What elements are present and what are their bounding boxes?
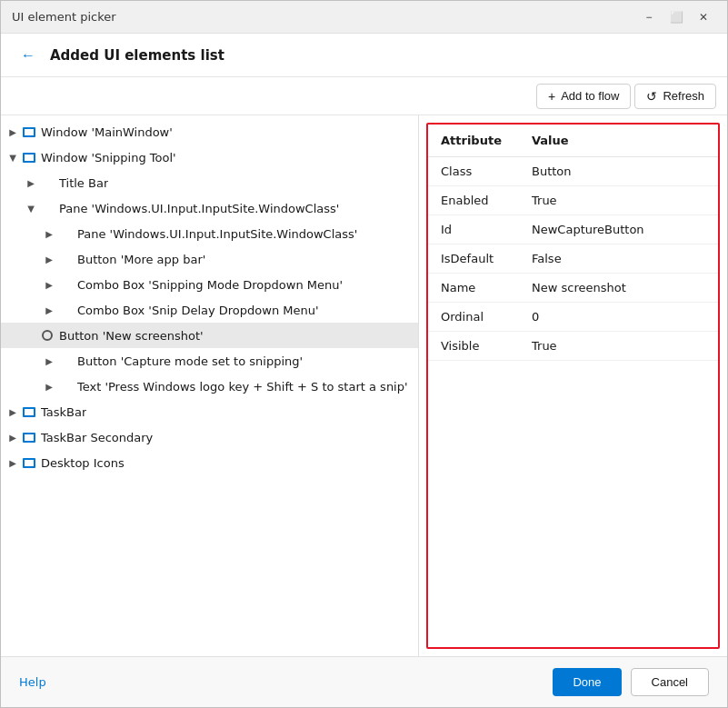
- attr-cell-name: Ordinal: [428, 303, 519, 332]
- attr-cell-value: NewCaptureButton: [519, 215, 718, 244]
- attr-cell-value: 0: [519, 303, 718, 332]
- tree-item-icon: [21, 454, 37, 471]
- back-button[interactable]: ←: [15, 43, 41, 68]
- attr-cell-name: Class: [428, 157, 519, 186]
- tree-item-icon: [57, 378, 74, 394]
- tree-item-icon: [57, 225, 74, 242]
- attr-row: NameNew screenshot: [428, 274, 718, 303]
- tree-item-icon: [57, 276, 74, 293]
- attr-col-attribute: Attribute: [428, 125, 519, 157]
- attributes-panel: Attribute Value ClassButtonEnabledTrueId…: [426, 123, 720, 649]
- tree-chevron: ▶: [5, 404, 21, 420]
- tree-chevron: ▶: [41, 353, 57, 369]
- minimize-button[interactable]: −: [636, 6, 662, 28]
- add-to-flow-button[interactable]: + Add to flow: [536, 84, 632, 109]
- help-link[interactable]: Help: [19, 675, 46, 689]
- tree-item-icon: [21, 429, 37, 445]
- attributes-table: Attribute Value ClassButtonEnabledTrueId…: [428, 125, 718, 361]
- tree-item[interactable]: ▶TaskBar Secondary: [1, 424, 418, 450]
- tree-chevron: ▼: [23, 200, 39, 216]
- page-title: Added UI elements list: [50, 47, 224, 64]
- tree-item-label: TaskBar Secondary: [41, 431, 153, 444]
- close-button[interactable]: ✕: [691, 6, 716, 28]
- tree-item-label: Button 'Capture mode set to snipping': [77, 354, 303, 368]
- tree-item-label: Button 'New screenshot': [59, 329, 204, 343]
- tree-chevron: ▶: [5, 124, 21, 140]
- attr-row: EnabledTrue: [428, 186, 718, 215]
- tree-item-icon: [39, 327, 55, 344]
- attr-row: Ordinal0: [428, 303, 718, 332]
- add-icon: +: [548, 89, 555, 104]
- attr-cell-value: False: [519, 244, 718, 274]
- tree-item[interactable]: ▶TaskBar: [1, 399, 418, 424]
- attr-cell-value: True: [519, 186, 718, 215]
- attr-col-value: Value: [519, 125, 718, 157]
- tree-item-icon: [21, 124, 37, 140]
- tree-panel: ▶Window 'MainWindow'▼Window 'Snipping To…: [1, 115, 419, 656]
- tree-item-icon: [57, 353, 74, 369]
- tree-item[interactable]: ▶Button 'Capture mode set to snipping': [1, 348, 418, 374]
- tree-item[interactable]: ▶Combo Box 'Snipping Mode Dropdown Menu': [1, 272, 418, 297]
- tree-item[interactable]: ▶Desktop Icons: [1, 450, 418, 475]
- tree-item[interactable]: ▶Pane 'Windows.UI.Input.InputSite.Window…: [1, 221, 418, 246]
- tree-item-label: Combo Box 'Snip Delay Dropdown Menu': [77, 304, 319, 317]
- tree-chevron: ▶: [23, 175, 39, 191]
- attr-cell-value: New screenshot: [519, 274, 718, 303]
- tree-item[interactable]: ▶Combo Box 'Snip Delay Dropdown Menu': [1, 297, 418, 323]
- done-button[interactable]: Done: [553, 668, 621, 696]
- main-content: ▶Window 'MainWindow'▼Window 'Snipping To…: [1, 115, 727, 656]
- tree-item[interactable]: ▼Window 'Snipping Tool': [1, 145, 418, 170]
- cancel-button[interactable]: Cancel: [631, 668, 709, 696]
- tree-item-label: Combo Box 'Snipping Mode Dropdown Menu': [77, 278, 343, 292]
- tree-item[interactable]: ▶Button 'More app bar': [1, 246, 418, 272]
- tree-item-icon: [21, 404, 37, 420]
- tree-chevron: ▶: [5, 429, 21, 445]
- attr-cell-value: True: [519, 332, 718, 361]
- attr-cell-value: Button: [519, 157, 718, 186]
- tree-item-icon: [57, 251, 74, 267]
- tree-chevron: ▶: [5, 454, 21, 471]
- tree-chevron: ▼: [5, 149, 21, 165]
- tree-item[interactable]: ▶Window 'MainWindow': [1, 119, 418, 145]
- tree-chevron: ▶: [41, 251, 57, 267]
- tree-item[interactable]: Button 'New screenshot': [1, 323, 418, 348]
- tree-item-label: Button 'More app bar': [77, 253, 205, 266]
- tree-item-label: Pane 'Windows.UI.Input.InputSite.WindowC…: [77, 227, 357, 241]
- tree-item-icon: [57, 302, 74, 318]
- attr-cell-name: IsDefault: [428, 244, 519, 274]
- tree-item-label: Title Bar: [59, 176, 108, 190]
- tree-item[interactable]: ▶Title Bar: [1, 170, 418, 195]
- tree-item[interactable]: ▼Pane 'Windows.UI.Input.InputSite.Window…: [1, 195, 418, 221]
- refresh-button[interactable]: ↺ Refresh: [634, 84, 716, 109]
- tree-item-icon: [39, 200, 55, 216]
- tree-chevron: ▶: [41, 378, 57, 394]
- main-window: UI element picker − ⬜ ✕ ← Added UI eleme…: [0, 0, 728, 708]
- refresh-label: Refresh: [663, 89, 704, 103]
- tree-item[interactable]: ▶Text 'Press Windows logo key + Shift + …: [1, 374, 418, 399]
- tree-chevron: ▶: [41, 276, 57, 293]
- toolbar: + Add to flow ↺ Refresh: [1, 77, 727, 115]
- refresh-icon: ↺: [646, 89, 657, 104]
- tree-item-label: TaskBar: [41, 405, 86, 419]
- tree-item-label: Desktop Icons: [41, 456, 125, 470]
- restore-button[interactable]: ⬜: [663, 6, 689, 28]
- attr-cell-name: Id: [428, 215, 519, 244]
- window-title: UI element picker: [12, 10, 636, 24]
- tree-chevron: ▶: [41, 225, 57, 242]
- add-to-flow-label: Add to flow: [561, 89, 619, 103]
- tree-item-label: Pane 'Windows.UI.Input.InputSite.WindowC…: [59, 202, 339, 215]
- attr-cell-name: Visible: [428, 332, 519, 361]
- tree-chevron: [23, 327, 39, 344]
- footer: Help Done Cancel: [1, 656, 727, 707]
- attr-cell-name: Enabled: [428, 186, 519, 215]
- header-row: ← Added UI elements list: [1, 34, 727, 77]
- title-bar-controls: − ⬜ ✕: [636, 6, 716, 28]
- attr-row: ClassButton: [428, 157, 718, 186]
- tree-item-label: Text 'Press Windows logo key + Shift + S…: [77, 380, 408, 394]
- attr-cell-name: Name: [428, 274, 519, 303]
- tree-item-icon: [21, 149, 37, 165]
- title-bar: UI element picker − ⬜ ✕: [1, 1, 727, 34]
- tree-item-label: Window 'MainWindow': [41, 125, 173, 139]
- attr-row: VisibleTrue: [428, 332, 718, 361]
- attr-row: IdNewCaptureButton: [428, 215, 718, 244]
